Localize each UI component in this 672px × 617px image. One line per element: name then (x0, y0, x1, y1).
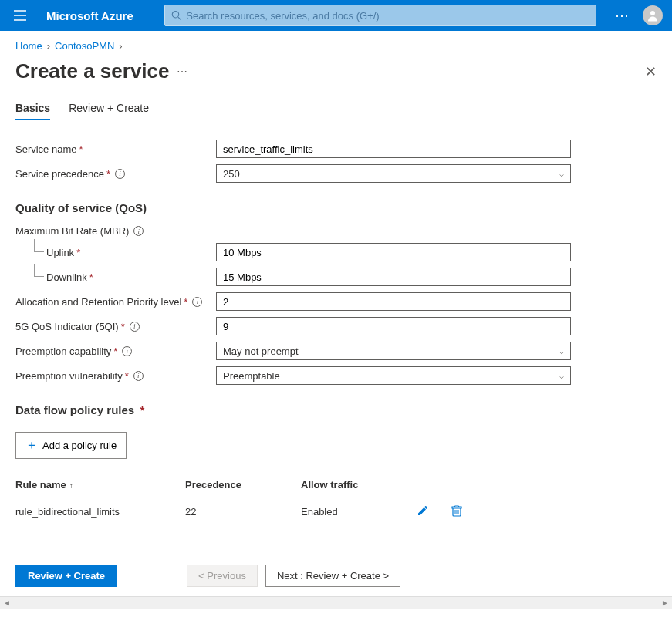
scroll-right-icon[interactable]: ► (660, 598, 670, 607)
label-downlink: Downlink* (15, 271, 216, 283)
svg-point-0 (172, 12, 178, 18)
label-service-precedence: Service precedence* i (15, 168, 216, 180)
rules-table: Rule name↑ Precedence Allow traffic rule… (15, 479, 657, 527)
info-icon[interactable]: i (133, 226, 144, 236)
review-create-button[interactable]: Review + Create (15, 565, 117, 587)
fiveqi-input[interactable] (216, 317, 571, 335)
sort-up-icon: ↑ (69, 481, 73, 490)
qos-heading: Quality of service (QoS) (15, 201, 657, 214)
service-precedence-select[interactable]: 250 ⌵ (216, 164, 571, 183)
label-arp: Allocation and Retention Priority level*… (15, 296, 216, 308)
breadcrumb: Home › ContosoPMN › (15, 40, 657, 52)
page-title: Create a service (15, 59, 169, 83)
next-button[interactable]: Next : Review + Create > (265, 565, 400, 587)
uplink-input[interactable] (216, 243, 571, 261)
table-row: rule_bidirectional_limits 22 Enabled (15, 497, 657, 527)
top-bar: Microsoft Azure ⋯ (0, 0, 672, 31)
breadcrumb-item[interactable]: ContosoPMN (55, 40, 114, 52)
hamburger-menu-icon[interactable] (9, 10, 31, 21)
label-uplink: Uplink* (15, 247, 216, 258)
svg-point-2 (650, 11, 655, 15)
tabs: Basics Review + Create (15, 102, 657, 121)
rule-prec-cell: 22 (185, 506, 301, 518)
global-search[interactable] (164, 5, 596, 26)
horizontal-scrollbar[interactable]: ◄ ► (0, 596, 672, 609)
edit-icon[interactable] (417, 504, 429, 519)
more-icon[interactable]: ⋯ (615, 7, 630, 24)
arp-input[interactable] (216, 292, 571, 311)
label-preempt-vulnerability: Preemption vulnerability* i (15, 370, 216, 382)
info-icon[interactable]: i (192, 297, 202, 307)
breadcrumb-home[interactable]: Home (15, 40, 42, 52)
preempt-capability-select[interactable]: May not preempt ⌵ (216, 342, 571, 360)
service-name-input[interactable] (216, 140, 571, 158)
col-precedence[interactable]: Precedence (185, 479, 301, 491)
previous-button: < Previous (187, 565, 258, 587)
info-icon[interactable]: i (122, 346, 132, 356)
page-more-icon[interactable]: ⋯ (177, 66, 189, 78)
close-icon[interactable]: ✕ (645, 63, 657, 80)
scroll-left-icon[interactable]: ◄ (2, 598, 12, 607)
search-icon (171, 10, 182, 21)
label-mbr: Maximum Bit Rate (MBR) i (15, 225, 657, 237)
page-header: Create a service ⋯ ✕ (15, 59, 657, 83)
chevron-down-icon: ⌵ (559, 372, 564, 380)
rule-name-cell: rule_bidirectional_limits (15, 506, 185, 518)
svg-line-1 (178, 17, 181, 20)
plus-icon: ＋ (25, 437, 38, 453)
info-icon[interactable]: i (115, 169, 125, 179)
add-policy-rule-button[interactable]: ＋ Add a policy rule (15, 432, 127, 459)
tab-basics[interactable]: Basics (15, 102, 50, 120)
search-input[interactable] (186, 10, 589, 22)
rule-allow-cell: Enabled (301, 506, 409, 518)
col-rule-name[interactable]: Rule name↑ (15, 479, 185, 491)
delete-icon[interactable] (451, 504, 463, 519)
downlink-input[interactable] (216, 268, 571, 286)
preempt-vulnerability-select[interactable]: Preemptable ⌵ (216, 366, 571, 385)
chevron-right-icon: › (119, 40, 122, 52)
rules-heading: Data flow policy rules * (15, 403, 657, 416)
chevron-right-icon: › (47, 40, 50, 52)
person-icon (646, 8, 660, 22)
label-preempt-capability: Preemption capability* i (15, 346, 216, 357)
label-service-name: Service name* (15, 143, 216, 155)
chevron-down-icon: ⌵ (559, 170, 564, 178)
tab-review-create[interactable]: Review + Create (69, 102, 149, 120)
col-allow-traffic[interactable]: Allow traffic (301, 479, 409, 491)
info-icon[interactable]: i (133, 371, 144, 381)
chevron-down-icon: ⌵ (559, 347, 564, 356)
label-5qi: 5G QoS Indicator (5QI)* i (15, 321, 216, 332)
brand-label: Microsoft Azure (46, 9, 133, 22)
wizard-footer: Review + Create < Previous Next : Review… (0, 555, 672, 596)
info-icon[interactable]: i (130, 322, 140, 332)
user-avatar[interactable] (643, 5, 663, 25)
